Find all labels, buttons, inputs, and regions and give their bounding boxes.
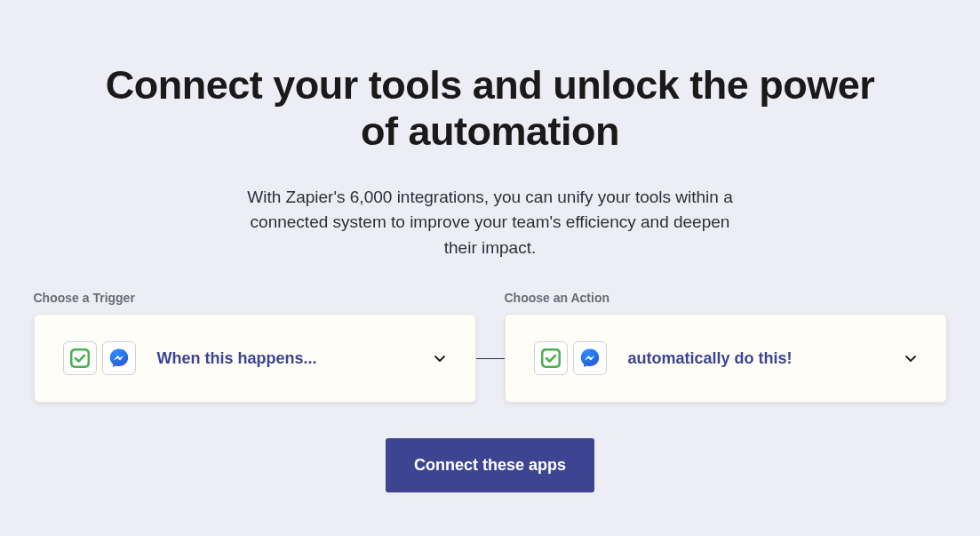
connector-line — [476, 358, 505, 359]
page-heading: Connect your tools and unlock the power … — [91, 62, 890, 155]
action-app-icons — [534, 341, 607, 375]
action-label: Choose an Action — [505, 291, 947, 305]
action-text: automatically do this! — [628, 349, 904, 368]
page-subheading: With Zapier's 6,000 integrations, you ca… — [242, 185, 739, 261]
connect-apps-button[interactable]: Connect these apps — [386, 438, 594, 492]
checkmark-app-icon — [63, 341, 97, 375]
trigger-card[interactable]: When this happens... — [34, 314, 476, 403]
chevron-down-icon — [904, 351, 918, 365]
messenger-app-icon — [573, 341, 607, 375]
trigger-app-icons — [63, 341, 136, 375]
action-card[interactable]: automatically do this! — [505, 314, 947, 403]
trigger-text: When this happens... — [157, 349, 433, 368]
chevron-down-icon — [433, 351, 447, 365]
messenger-app-icon — [102, 341, 136, 375]
checkmark-app-icon — [534, 341, 568, 375]
trigger-label: Choose a Trigger — [34, 291, 476, 305]
